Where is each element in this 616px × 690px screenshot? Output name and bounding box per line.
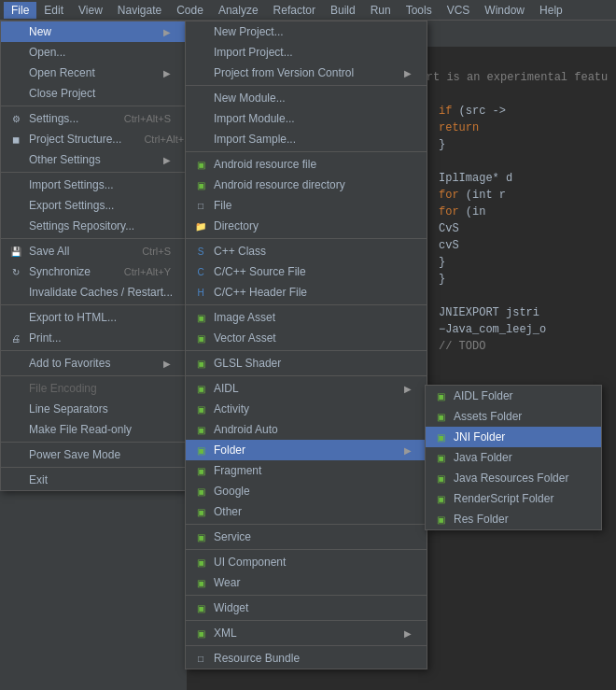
new-module[interactable]: New Module... (186, 88, 427, 108)
menu-item-power-save[interactable]: Power Save Mode (1, 444, 186, 465)
menu-help[interactable]: Help (532, 2, 570, 19)
save-icon: 💾 (8, 244, 23, 259)
sync-icon: ↻ (8, 264, 23, 279)
menu-window[interactable]: Window (477, 2, 532, 19)
sep-new-10 (186, 620, 427, 621)
settings-repo-icon (8, 218, 23, 233)
menu-refactor[interactable]: Refactor (266, 2, 323, 19)
xml[interactable]: ▣ XML ▶ (186, 623, 427, 643)
cpp-source[interactable]: C C/C++ Source File (186, 261, 427, 282)
menu-item-print[interactable]: 🖨 Print... (1, 328, 186, 348)
java-folder[interactable]: ▣ Java Folder (426, 447, 601, 468)
new-directory[interactable]: 📁 Directory (186, 216, 427, 236)
separator-7 (1, 442, 186, 443)
other[interactable]: ▣ Other (186, 501, 427, 522)
java-resources-folder[interactable]: ▣ Java Resources Folder (426, 468, 601, 488)
invalidate-icon (8, 285, 23, 300)
menu-run[interactable]: Run (363, 2, 399, 19)
fragment[interactable]: ▣ Fragment (186, 460, 427, 481)
import-module[interactable]: Import Module... (186, 108, 427, 129)
menu-item-line-separators[interactable]: Line Separators (1, 399, 186, 419)
google-icon: ▣ (193, 484, 208, 499)
menu-view[interactable]: View (71, 2, 110, 19)
line-sep-icon (8, 401, 23, 416)
glsl-icon: ▣ (193, 356, 208, 371)
vector-asset[interactable]: ▣ Vector Asset (186, 328, 427, 348)
menu-item-other-settings[interactable]: Other Settings ▶ (1, 149, 186, 170)
menu-item-invalidate-caches[interactable]: Invalidate Caches / Restart... (1, 282, 186, 303)
menu-code[interactable]: Code (169, 2, 211, 19)
menu-item-exit[interactable]: Exit (1, 470, 186, 490)
menu-item-make-readonly[interactable]: Make File Read-only (1, 419, 186, 440)
google[interactable]: ▣ Google (186, 481, 427, 501)
separator-3 (1, 238, 186, 239)
open-icon (8, 45, 23, 60)
menu-tools[interactable]: Tools (399, 2, 440, 19)
import-sample[interactable]: Import Sample... (186, 129, 427, 149)
renderscript-folder-icon: ▣ (433, 491, 448, 506)
menu-item-save-all[interactable]: 💾 Save All Ctrl+S (1, 241, 186, 261)
folder-icon: ▣ (193, 443, 208, 458)
android-resource-file[interactable]: ▣ Android resource file (186, 154, 427, 175)
menu-item-settings[interactable]: ⚙ Settings... Ctrl+Alt+S (1, 108, 186, 129)
project-from-vcs[interactable]: Project from Version Control ▶ (186, 63, 427, 83)
sep-new-11 (186, 645, 427, 646)
assets-folder-icon: ▣ (433, 409, 448, 424)
folder-submenu-dropdown: ▣ AIDL Folder ▣ Assets Folder ▣ JNI Fold… (425, 385, 602, 530)
sep-new-5 (186, 350, 427, 351)
new-project[interactable]: New Project... (186, 21, 427, 42)
aidl[interactable]: ▣ AIDL ▶ (186, 378, 427, 399)
menu-item-settings-repo[interactable]: Settings Repository... (1, 216, 186, 236)
ui-component[interactable]: ▣ UI Component (186, 552, 427, 572)
menu-item-open-recent[interactable]: Open Recent ▶ (1, 63, 186, 83)
wear[interactable]: ▣ Wear (186, 572, 427, 593)
jni-folder[interactable]: ▣ JNI Folder (426, 427, 601, 447)
cpp-header[interactable]: H C/C++ Header File (186, 282, 427, 303)
widget[interactable]: ▣ Widget (186, 598, 427, 618)
menu-item-close-project[interactable]: Close Project (1, 83, 186, 104)
import-project[interactable]: Import Project... (186, 42, 427, 63)
android-auto[interactable]: ▣ Android Auto (186, 419, 427, 440)
assets-folder[interactable]: ▣ Assets Folder (426, 406, 601, 427)
android-res-dir-icon: ▣ (193, 177, 208, 192)
menu-navigate[interactable]: Navigate (110, 2, 169, 19)
sep-new-1 (186, 85, 427, 86)
export-html-icon (8, 310, 23, 325)
menu-item-project-structure[interactable]: ◼ Project Structure... Ctrl+Alt+Shift+S (1, 129, 186, 149)
menu-build[interactable]: Build (323, 2, 363, 19)
res-folder[interactable]: ▣ Res Folder (426, 509, 601, 529)
renderscript-folder[interactable]: ▣ RenderScript Folder (426, 488, 601, 509)
project-icon: ◼ (8, 132, 23, 147)
android-resource-dir[interactable]: ▣ Android resource directory (186, 175, 427, 195)
menu-vcs[interactable]: VCS (440, 2, 478, 19)
menu-item-add-favorites[interactable]: Add to Favorites ▶ (1, 353, 186, 373)
resource-bundle[interactable]: □ Resource Bundle (186, 648, 427, 669)
sep-new-6 (186, 375, 427, 376)
menu-item-synchronize[interactable]: ↻ Synchronize Ctrl+Alt+Y (1, 261, 186, 282)
aidl-folder[interactable]: ▣ AIDL Folder (426, 386, 601, 406)
glsl-shader[interactable]: ▣ GLSL Shader (186, 353, 427, 373)
menu-item-open[interactable]: Open... (1, 42, 186, 63)
new-file[interactable]: □ File (186, 195, 427, 216)
activity[interactable]: ▣ Activity (186, 399, 427, 419)
ui-component-icon: ▣ (193, 555, 208, 570)
menu-item-export-html[interactable]: Export to HTML... (1, 307, 186, 328)
sep-new-8 (186, 549, 427, 550)
menu-edit[interactable]: Edit (36, 2, 71, 19)
close-project-icon (8, 86, 23, 101)
power-save-icon (8, 447, 23, 462)
separator-6 (1, 375, 186, 376)
cpp-class[interactable]: S C++ Class (186, 241, 427, 261)
new-submenu-dropdown: New Project... Import Project... Project… (185, 21, 427, 669)
menu-file[interactable]: File (4, 2, 36, 19)
menu-item-new[interactable]: New ▶ (1, 21, 186, 42)
service-icon: ▣ (193, 529, 208, 544)
image-asset[interactable]: ▣ Image Asset (186, 307, 427, 328)
folder[interactable]: ▣ Folder ▶ (186, 440, 427, 460)
file-icon: □ (193, 198, 208, 213)
menu-analyze[interactable]: Analyze (211, 2, 266, 19)
service[interactable]: ▣ Service (186, 527, 427, 547)
sep-new-7 (186, 524, 427, 525)
menu-item-export-settings[interactable]: Export Settings... (1, 195, 186, 216)
menu-item-import-settings[interactable]: Import Settings... (1, 175, 186, 195)
